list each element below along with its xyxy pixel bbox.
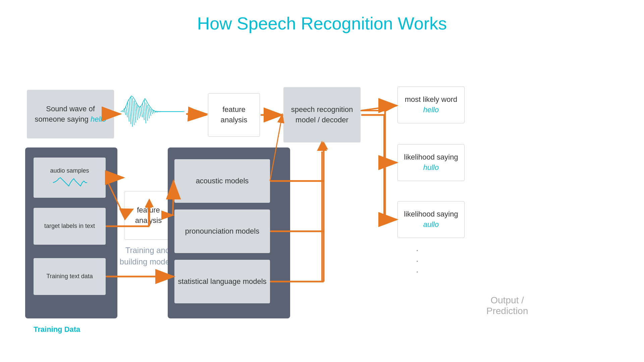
most-likely-label: most likely word hello — [401, 95, 461, 115]
svg-line-9 — [138, 105, 139, 118]
sound-wave-box: Sound wave of someone saying hello — [27, 90, 114, 138]
likelihood1-label: likelihood saying hullo — [401, 152, 461, 173]
training-data-label: Training Data — [34, 325, 80, 334]
pronunciation-models-label: pronounciation models — [185, 226, 259, 237]
speech-model-box: speech recognition model / decoder — [283, 87, 361, 142]
training-text-box: Training text data — [34, 258, 106, 295]
svg-line-14 — [146, 103, 148, 121]
svg-line-68 — [186, 114, 206, 115]
svg-line-3 — [127, 102, 129, 122]
diagram-area: Sound wave of someone saying hello — [0, 44, 644, 362]
svg-line-5 — [131, 97, 132, 127]
svg-line-4 — [129, 99, 131, 124]
sound-wave-text: Sound wave of someone saying hello — [32, 104, 109, 125]
audio-samples-label: audio samples — [50, 167, 89, 175]
likelihood2-label: likelihood saying aullo — [401, 209, 461, 230]
svg-line-6 — [132, 98, 134, 125]
speech-model-label: speech recognition model / decoder — [287, 105, 357, 125]
feature-analysis-training-label: feature analysis — [124, 205, 172, 226]
page-title: How Speech Recognition Works — [0, 0, 644, 44]
svg-line-2 — [126, 106, 127, 117]
acoustic-models-box: acoustic models — [174, 159, 270, 203]
likelihood2-box: likelihood saying aullo — [397, 201, 465, 238]
acoustic-models-label: acoustic models — [196, 176, 249, 186]
target-labels-label: target labels in text — [44, 222, 95, 230]
feature-analysis-training-box: feature analysis — [124, 191, 173, 240]
svg-line-7 — [134, 101, 136, 123]
likelihood1-box: likelihood saying hullo — [397, 144, 465, 181]
sound-wave-visual — [119, 93, 186, 130]
svg-line-12 — [143, 103, 144, 120]
training-text-label: Training text data — [46, 272, 93, 281]
feature-analysis-top-label: feature analysis — [208, 105, 260, 125]
target-labels-box: target labels in text — [34, 208, 106, 245]
audio-wave-mini — [51, 177, 88, 189]
output-label: Output /Prediction — [486, 295, 528, 316]
svg-line-10 — [139, 107, 141, 117]
statistical-models-box: statistical language models — [174, 260, 270, 303]
svg-line-13 — [144, 100, 146, 123]
svg-marker-81 — [319, 141, 328, 149]
feature-analysis-top-box: feature analysis — [208, 93, 260, 137]
svg-line-17 — [151, 109, 153, 114]
svg-line-11 — [141, 106, 143, 117]
svg-line-15 — [148, 105, 149, 118]
audio-samples-box: audio samples — [34, 158, 106, 198]
svg-line-41 — [361, 106, 396, 111]
statistical-models-label: statistical language models — [178, 277, 266, 287]
pronunciation-models-box: pronounciation models — [174, 209, 270, 253]
most-likely-box: most likely word hello — [397, 86, 465, 123]
svg-line-16 — [149, 107, 151, 116]
svg-line-8 — [136, 103, 138, 120]
dots: ··· — [416, 245, 421, 277]
